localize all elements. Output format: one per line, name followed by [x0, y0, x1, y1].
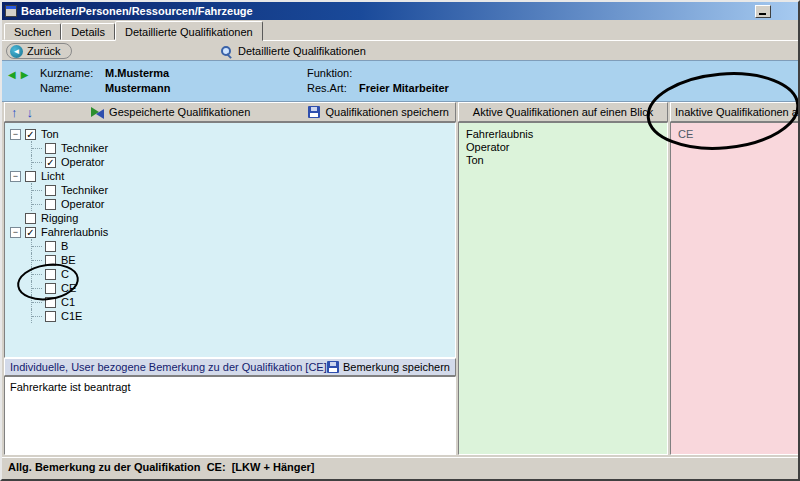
minimize-button[interactable] [755, 5, 771, 18]
tree-item-label: C1E [61, 310, 82, 322]
tree-connector [31, 183, 43, 197]
back-arrow-icon: ◄ [10, 45, 23, 58]
back-arrow-glyph: ◄ [13, 47, 21, 56]
checkbox-ton-techniker[interactable] [45, 143, 56, 154]
person-nav: ◀ ▶ [8, 69, 28, 81]
tree-item-label: BE [61, 254, 76, 266]
save-icon [308, 106, 320, 118]
checkbox-ce[interactable] [45, 283, 56, 294]
kurzname-value: M.Musterma [105, 67, 307, 79]
back-button[interactable]: ◄ Zurück [6, 43, 72, 59]
save-remark-button[interactable]: Bemerkung speichern [327, 361, 450, 373]
active-qualification-item: Operator [466, 141, 660, 154]
checkbox-c[interactable] [45, 269, 56, 280]
next-person-button[interactable]: ▶ [21, 69, 29, 81]
funktion-value [359, 67, 449, 79]
tree-item-label: C [61, 268, 69, 280]
inactive-qualifications-header: Inaktive Qualifikationen au [670, 102, 799, 122]
kurzname-label: Kurzname: [40, 67, 105, 79]
tree-item-label: Techniker [61, 142, 108, 154]
tree-item-b[interactable]: B [5, 239, 455, 253]
main-area: ↑ ↓ Gespeicherte Qualifikationen Qualifi… [2, 102, 798, 457]
checkbox-licht[interactable] [25, 171, 36, 182]
save-qualifications-label: Qualifikationen speichern [325, 106, 449, 118]
checkbox-licht-techniker[interactable] [45, 185, 56, 196]
name-label: Name: [40, 82, 105, 94]
checkbox-licht-operator[interactable] [45, 199, 56, 210]
checkbox-rigging[interactable] [25, 213, 36, 224]
tree-item-c1[interactable]: C1 [5, 295, 455, 309]
tab-detaillierte-qualifikationen[interactable]: Detaillierte Qualifikationen [115, 21, 263, 41]
tree-item-licht-operator[interactable]: Operator [5, 197, 455, 211]
status-bar-text: Allg. Bemerkung zu der Qualifikation CE:… [8, 461, 315, 473]
remark-header-bar: Individuelle, User bezogene Bemerkung zu… [4, 358, 456, 376]
checkbox-ton[interactable]: ✓ [25, 129, 36, 140]
tree-item-licht[interactable]: − Licht [5, 169, 455, 183]
inactive-qualifications-list: CE [670, 122, 799, 455]
remark-header-title: Individuelle, User bezogene Bemerkung zu… [10, 361, 327, 373]
back-button-label: Zurück [27, 45, 61, 57]
tree-item-label: Rigging [41, 212, 78, 224]
tree-item-ce[interactable]: CE [5, 281, 455, 295]
checkbox-be[interactable] [45, 255, 56, 266]
section-title: Detaillierte Qualifikationen [220, 43, 366, 59]
tree-item-rigging[interactable]: Rigging [5, 211, 455, 225]
tree-connector [31, 155, 43, 169]
tree-item-fahrerlaubnis[interactable]: − ✓ Fahrerlaubnis [5, 225, 455, 239]
move-up-button[interactable]: ↑ [11, 106, 18, 119]
tree-item-label: B [61, 240, 68, 252]
tree-item-ton[interactable]: − ✓ Ton [5, 127, 455, 141]
saved-qualifications-button[interactable]: Gespeicherte Qualifikationen [91, 106, 250, 119]
tree-item-ton-techniker[interactable]: Techniker [5, 141, 455, 155]
qualifications-toolbar: ↑ ↓ Gespeicherte Qualifikationen Qualifi… [4, 102, 456, 122]
tree-item-label: Fahrerlaubnis [41, 226, 108, 238]
active-qualification-item: Fahrerlaubnis [466, 128, 660, 141]
check-icon: ✓ [46, 157, 54, 168]
status-bar: Allg. Bemerkung zu der Qualifikation CE:… [2, 457, 798, 475]
save-qualifications-button[interactable]: Qualifikationen speichern [308, 106, 449, 118]
active-qualification-item: Ton [466, 154, 660, 167]
checkbox-fahrerlaubnis[interactable]: ✓ [25, 227, 36, 238]
tree-item-label: CE [61, 282, 76, 294]
active-qualifications-list: Fahrerlaubnis Operator Ton [458, 122, 668, 455]
tree-item-label: C1 [61, 296, 75, 308]
section-title-label: Detaillierte Qualifikationen [238, 45, 366, 57]
titlebar: Bearbeiter/Personen/Ressourcen/Fahrzeuge [2, 2, 798, 20]
reorder-arrows: ↑ ↓ [11, 106, 33, 119]
tree-connector [31, 141, 43, 155]
saved-qualifications-label: Gespeicherte Qualifikationen [109, 106, 250, 118]
tab-details[interactable]: Details [61, 23, 115, 40]
tab-suchen[interactable]: Suchen [4, 23, 61, 40]
person-details: Kurzname: M.Musterma Funktion: Name: Mus… [40, 67, 449, 94]
move-down-button[interactable]: ↓ [27, 106, 34, 119]
tree-connector [31, 295, 43, 309]
remark-text-area[interactable]: Fahrerkarte ist beantragt [4, 376, 456, 455]
tree-connector [31, 309, 43, 323]
checkbox-c1[interactable] [45, 297, 56, 308]
tree-item-licht-techniker[interactable]: Techniker [5, 183, 455, 197]
funktion-label: Funktion: [307, 67, 359, 79]
tree-item-be[interactable]: BE [5, 253, 455, 267]
tree-item-label: Techniker [61, 184, 108, 196]
collapse-icon[interactable]: − [10, 171, 21, 182]
search-icon [220, 45, 232, 57]
prev-person-button[interactable]: ◀ [8, 69, 16, 81]
collapse-icon[interactable]: − [10, 129, 21, 140]
checkbox-c1e[interactable] [45, 311, 56, 322]
tree-item-c1e[interactable]: C1E [5, 309, 455, 323]
tree-connector [31, 281, 43, 295]
check-icon: ✓ [26, 227, 34, 238]
tree-item-label: Operator [61, 156, 104, 168]
checkbox-b[interactable] [45, 241, 56, 252]
tree-item-c[interactable]: C [5, 267, 455, 281]
tree-item-label: Ton [41, 128, 59, 140]
resart-label: Res.Art: [307, 82, 359, 94]
saved-qualifications-icon [91, 106, 104, 119]
tree-item-label: Licht [41, 170, 64, 182]
save-remark-label: Bemerkung speichern [343, 361, 450, 373]
tree-item-ton-operator[interactable]: ✓ Operator [5, 155, 455, 169]
checkbox-ton-operator[interactable]: ✓ [45, 157, 56, 168]
tree-connector [31, 239, 43, 253]
collapse-icon[interactable]: − [10, 227, 21, 238]
tab-bar: Suchen Details Detaillierte Qualifikatio… [2, 20, 798, 40]
